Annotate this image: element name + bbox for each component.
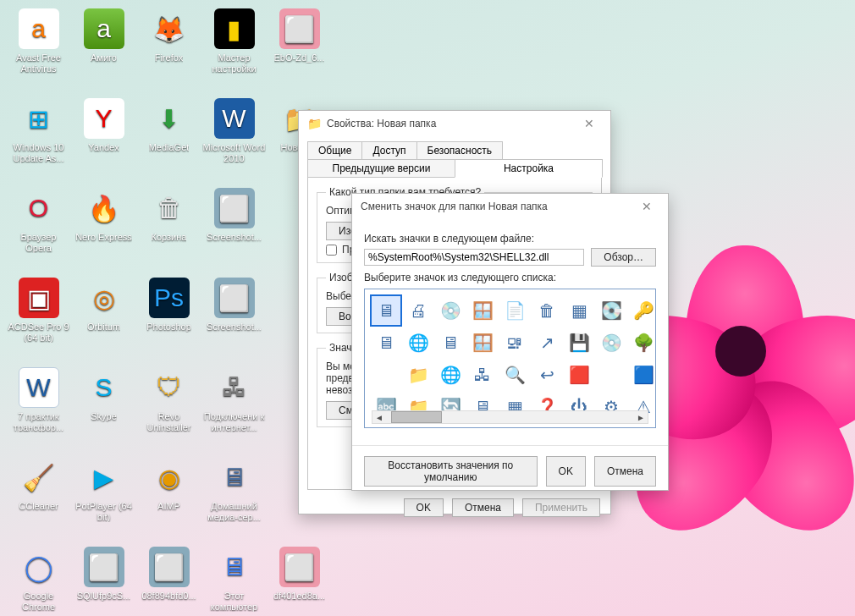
shortcut-label: Yandex	[88, 142, 119, 153]
browse-button[interactable]: Обзор…	[591, 248, 656, 267]
icon-choice[interactable]: 📁	[404, 360, 433, 389]
desktop-shortcut[interactable]: 🗑Корзина	[137, 188, 201, 261]
icon-choice[interactable]: 🌳	[629, 328, 656, 357]
restore-defaults-button[interactable]: Восстановить значения по умолчанию	[364, 456, 538, 487]
shortcut-label: Skype	[91, 411, 117, 422]
icon-choice[interactable]: ⭐	[404, 425, 433, 428]
desktop-shortcut[interactable]: OБраузер Opera	[7, 188, 70, 261]
desktop-shortcut[interactable]: 🖧Подключени к интернет...	[202, 367, 266, 440]
desktop-shortcut[interactable]: ⬜SQlUfp9cS...	[72, 547, 135, 616]
shortcut-icon: O	[19, 188, 59, 228]
shortcut-label: Screenshot...	[207, 232, 262, 243]
tab-Настройка[interactable]: Настройка	[455, 159, 603, 178]
change-icon-dialog: Сменить значок для папки Новая папка ✕ И…	[351, 193, 669, 491]
desktop-shortcut[interactable]: aAvast Free Antivirus	[7, 8, 70, 81]
icon-picker-list[interactable]: 🖥🖨💿🪟📄🗑▦💽🔑🖥🌐🖥🪟🖳↗💾💿🌳 📁🌐🖧🔍↩🟥 🟦🔤📁🔄🖥▦❓⏻⚙⚠📁⭐🔒 …	[364, 289, 656, 428]
icon-choice[interactable]: 🖥	[372, 296, 400, 325]
shortcut-icon: ⊞	[19, 98, 59, 139]
tab-Предыдущие версии[interactable]: Предыдущие версии	[307, 159, 455, 178]
ok-button[interactable]: OK	[546, 456, 586, 487]
desktop-shortcut[interactable]: 🛡Revo Uninstaller	[137, 367, 201, 440]
desktop-shortcut[interactable]: ⊞Windows 10 Update As...	[7, 98, 70, 171]
desktop-shortcut[interactable]: aАмиго	[72, 8, 135, 81]
desktop-shortcut[interactable]: ⬜df401ed8a...	[268, 547, 331, 616]
desktop-shortcut[interactable]: PsPhotoshop	[137, 278, 201, 350]
list-label: Выберите значок из следующего списка:	[364, 272, 656, 283]
tab-Общие[interactable]: Общие	[307, 141, 362, 160]
desktop-shortcut[interactable]: ◎Orbitum	[72, 278, 135, 350]
properties-titlebar[interactable]: 📁 Свойства: Новая папка ✕	[299, 111, 610, 136]
icon-choice[interactable]	[597, 360, 626, 389]
desktop-shortcut[interactable]: ⬇MediaGet	[137, 98, 201, 171]
tab-Безопасность[interactable]: Безопасность	[416, 141, 504, 160]
icon-choice[interactable]	[372, 360, 400, 389]
change-icon-title: Сменить значок для папки Новая папка	[361, 201, 631, 212]
icon-choice[interactable]: 🪟	[468, 328, 497, 357]
desktop-shortcut[interactable]: ▮Мастер настройки	[202, 8, 266, 81]
icon-choice[interactable]: 💽	[597, 296, 626, 325]
shortcut-icon: ◎	[84, 278, 124, 318]
desktop-shortcut[interactable]: ⬜08f894bfd0...	[137, 547, 201, 616]
scrollbar[interactable]: ◄ ►	[372, 410, 648, 424]
desktop-shortcut[interactable]: ⬜Screenshot...	[202, 188, 266, 261]
icon-choice[interactable]: 💾	[565, 328, 593, 357]
icon-choice[interactable]: 🔒	[436, 425, 465, 428]
desktop-shortcut[interactable]: 🖥Домашний медиа-сер...	[202, 457, 266, 530]
icon-choice[interactable]: 🖥	[436, 328, 465, 357]
icon-choice[interactable]: 🔑	[629, 296, 656, 325]
icon-choice[interactable]: 🖥	[372, 328, 400, 357]
icon-choice[interactable]: 📁	[372, 425, 400, 428]
desktop-shortcut[interactable]: W7 практик трансфор...	[7, 367, 70, 440]
desktop-shortcut[interactable]: 🧹CCleaner	[7, 457, 70, 530]
shortcut-label: Orbitum	[87, 322, 120, 333]
icon-choice[interactable]: 📄	[500, 296, 529, 325]
scroll-thumb[interactable]	[391, 411, 442, 423]
icon-choice[interactable]: 🔍	[500, 360, 529, 389]
shortcut-label: EbO-Zd_6...	[274, 52, 325, 63]
shortcut-icon: 🖥	[214, 547, 255, 587]
tab-Доступ[interactable]: Доступ	[361, 141, 416, 160]
apply-button[interactable]: Применить	[522, 498, 600, 517]
shortcut-icon: ▮	[214, 8, 255, 49]
desktop-shortcut[interactable]: ◯Google Chrome	[7, 547, 70, 616]
shortcut-label: CCleaner	[19, 501, 58, 512]
desktop-shortcut[interactable]: 🔥Nero Express	[72, 188, 135, 261]
icon-choice[interactable]: 🖳	[500, 328, 529, 357]
checkbox[interactable]	[326, 245, 337, 256]
icon-choice[interactable]: 🌐	[404, 328, 433, 357]
scroll-left-icon[interactable]: ◄	[372, 411, 386, 423]
icon-choice[interactable]: ▦	[565, 296, 593, 325]
desktop-shortcut[interactable]: ⬜Screenshot...	[202, 278, 266, 350]
desktop-shortcut[interactable]: ⬜EbO-Zd_6...	[268, 8, 331, 81]
desktop-shortcut[interactable]: ◉AIMP	[137, 457, 201, 530]
desktop-shortcut[interactable]: YYandex	[72, 98, 135, 171]
icon-choice[interactable]: 🪟	[468, 296, 497, 325]
icon-choice[interactable]: 💿	[436, 296, 465, 325]
close-icon[interactable]: ✕	[573, 113, 605, 134]
shortcut-label: Revo Uninstaller	[137, 411, 201, 432]
icon-choice[interactable]: 🌐	[436, 360, 465, 389]
close-icon[interactable]: ✕	[631, 196, 663, 217]
change-icon-titlebar[interactable]: Сменить значок для папки Новая папка ✕	[352, 194, 668, 219]
desktop-shortcut[interactable]: ▶PotPlayer (64 bit)	[72, 457, 135, 530]
desktop-shortcut[interactable]: WMicrosoft Word 2010	[202, 98, 266, 171]
icon-choice[interactable]: 🟥	[565, 360, 593, 389]
icon-choice[interactable]: 🖨	[404, 296, 433, 325]
icon-choice[interactable]: ↗	[532, 328, 561, 357]
icon-choice[interactable]: 🟦	[629, 360, 656, 389]
cancel-button[interactable]: Отмена	[452, 498, 514, 517]
desktop-shortcut[interactable]: 🦊Firefox	[137, 8, 201, 81]
scroll-right-icon[interactable]: ►	[634, 411, 648, 423]
icon-choice[interactable]: 🖧	[468, 360, 497, 389]
icon-choice[interactable]: ↩	[532, 360, 561, 389]
icon-file-path-input[interactable]	[364, 249, 584, 266]
shortcut-label: MediaGet	[149, 142, 190, 153]
cancel-button[interactable]: Отмена	[594, 456, 656, 487]
icon-choice[interactable]: 🗑	[532, 296, 561, 325]
icon-choice[interactable]: 💿	[597, 328, 626, 357]
desktop-shortcut[interactable]: ▣ACDSee Pro 9 (64 bit)	[7, 278, 70, 350]
desktop-shortcut[interactable]: SSkype	[72, 367, 135, 440]
shortcut-label: df401ed8a...	[273, 591, 325, 602]
desktop-shortcut[interactable]: 🖥Этот компьютер	[202, 547, 266, 616]
ok-button[interactable]: OK	[404, 498, 444, 517]
